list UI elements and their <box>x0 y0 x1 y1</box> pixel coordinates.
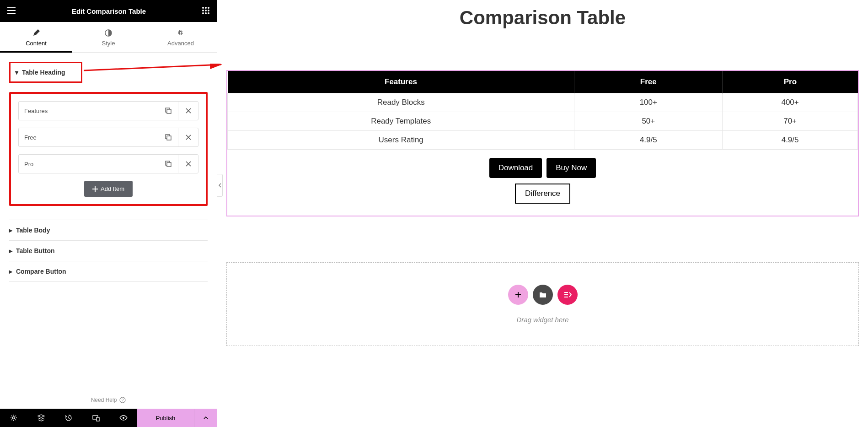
close-icon <box>186 161 191 167</box>
svg-point-4 <box>205 7 207 9</box>
collapse-sidebar-button[interactable] <box>217 174 223 197</box>
svg-point-24 <box>123 417 124 419</box>
table-cell: Ready Templates <box>228 112 574 131</box>
plus-icon <box>92 186 98 192</box>
remove-button[interactable] <box>178 155 198 173</box>
duplicate-button[interactable] <box>158 128 178 146</box>
add-item-button[interactable]: Add Item <box>84 181 133 197</box>
svg-rect-1 <box>7 10 16 11</box>
repeater-item-label: Pro <box>19 155 158 173</box>
add-section-button[interactable] <box>508 285 528 305</box>
difference-button[interactable]: Difference <box>515 184 570 204</box>
copy-icon <box>165 134 171 141</box>
svg-point-8 <box>208 10 209 11</box>
svg-rect-16 <box>167 136 171 140</box>
drop-zone[interactable]: Drag widget here <box>226 262 859 346</box>
close-icon <box>186 108 191 114</box>
tab-content-label: Content <box>26 40 47 47</box>
help-link[interactable]: Need Help ? <box>0 391 217 409</box>
copy-icon <box>165 108 171 114</box>
duplicate-button[interactable] <box>158 155 178 173</box>
section-table-body[interactable]: ▸ Table Body <box>9 220 208 240</box>
svg-point-3 <box>202 7 204 9</box>
chevron-up-icon <box>204 416 208 419</box>
preview-button[interactable] <box>110 409 137 427</box>
tab-advanced-label: Advanced <box>167 40 194 47</box>
table-cell: 400+ <box>723 93 858 112</box>
navigator-button[interactable] <box>27 409 55 427</box>
gear-icon <box>10 414 17 422</box>
svg-point-11 <box>208 12 209 14</box>
tab-content[interactable]: Content <box>0 22 72 52</box>
copy-icon <box>165 161 171 167</box>
section-compare-label: Compare Button <box>16 268 66 275</box>
tab-advanced[interactable]: Advanced <box>145 22 217 52</box>
history-icon <box>65 414 72 422</box>
svg-point-10 <box>205 12 207 14</box>
repeater-item-label: Free <box>19 128 158 146</box>
chevron-left-icon <box>219 183 221 188</box>
ekit-icon <box>563 292 572 298</box>
svg-rect-0 <box>7 7 16 8</box>
section-compare-button[interactable]: ▸ Compare Button <box>9 261 208 281</box>
section-table-heading[interactable]: ▾ Table Heading <box>9 62 82 83</box>
svg-point-6 <box>202 10 204 11</box>
publish-label: Publish <box>156 415 176 422</box>
svg-text:?: ? <box>122 398 124 402</box>
table-row: Ready Blocks 100+ 400+ <box>228 93 858 112</box>
table-row: Users Rating 4.9/5 4.9/5 <box>228 131 858 150</box>
table-cell: 4.9/5 <box>574 131 723 150</box>
remove-button[interactable] <box>178 128 198 146</box>
repeater-list: Features Free <box>9 92 208 206</box>
help-icon: ? <box>119 397 126 403</box>
repeater-item-label: Features <box>19 102 158 120</box>
section-button-label: Table Button <box>16 247 55 254</box>
publish-button[interactable]: Publish <box>137 409 194 427</box>
eye-icon <box>119 415 128 421</box>
repeater-item[interactable]: Features <box>18 101 198 120</box>
tab-style-label: Style <box>102 40 115 47</box>
download-button[interactable]: Download <box>489 158 542 178</box>
help-label: Need Help <box>91 397 117 403</box>
caret-right-icon: ▸ <box>9 268 12 275</box>
repeater-item[interactable]: Pro <box>18 154 198 173</box>
remove-button[interactable] <box>178 102 198 120</box>
svg-point-5 <box>208 7 209 9</box>
table-cell: 50+ <box>574 112 723 131</box>
svg-point-7 <box>205 10 207 11</box>
caret-right-icon: ▸ <box>9 247 12 254</box>
table-cell: Ready Blocks <box>228 93 574 112</box>
duplicate-button[interactable] <box>158 102 178 120</box>
responsive-button[interactable] <box>82 409 110 427</box>
gear-icon <box>177 29 184 37</box>
publish-options-button[interactable] <box>194 409 217 427</box>
widgets-panel-button[interactable] <box>202 7 209 16</box>
drop-text: Drag widget here <box>249 316 836 324</box>
table-row: Ready Templates 50+ 70+ <box>228 112 858 131</box>
plus-icon <box>514 291 522 298</box>
svg-rect-2 <box>7 13 16 14</box>
folder-icon <box>539 292 547 298</box>
close-icon <box>186 135 191 140</box>
pencil-icon <box>32 29 40 37</box>
elementskit-button[interactable] <box>557 285 578 305</box>
responsive-icon <box>92 414 100 422</box>
svg-rect-23 <box>96 417 99 421</box>
svg-point-9 <box>202 12 204 14</box>
comparison-table-widget[interactable]: Features Free Pro Ready Blocks 100+ 400+… <box>226 70 859 216</box>
sidebar-menu-toggle[interactable] <box>7 7 16 15</box>
add-item-label: Add Item <box>101 185 124 192</box>
comparison-table: Features Free Pro Ready Blocks 100+ 400+… <box>227 71 858 150</box>
repeater-item[interactable]: Free <box>18 128 198 147</box>
table-header: Features <box>228 71 574 93</box>
svg-point-21 <box>13 417 15 419</box>
settings-button[interactable] <box>0 409 27 427</box>
history-button[interactable] <box>55 409 82 427</box>
template-library-button[interactable] <box>533 285 553 305</box>
editor-title: Edit Comparison Table <box>72 7 146 15</box>
tab-style[interactable]: Style <box>72 22 145 52</box>
section-table-button[interactable]: ▸ Table Button <box>9 241 208 261</box>
table-cell: 4.9/5 <box>723 131 858 150</box>
section-heading-label: Table Heading <box>22 69 65 76</box>
buy-now-button[interactable]: Buy Now <box>547 158 596 178</box>
